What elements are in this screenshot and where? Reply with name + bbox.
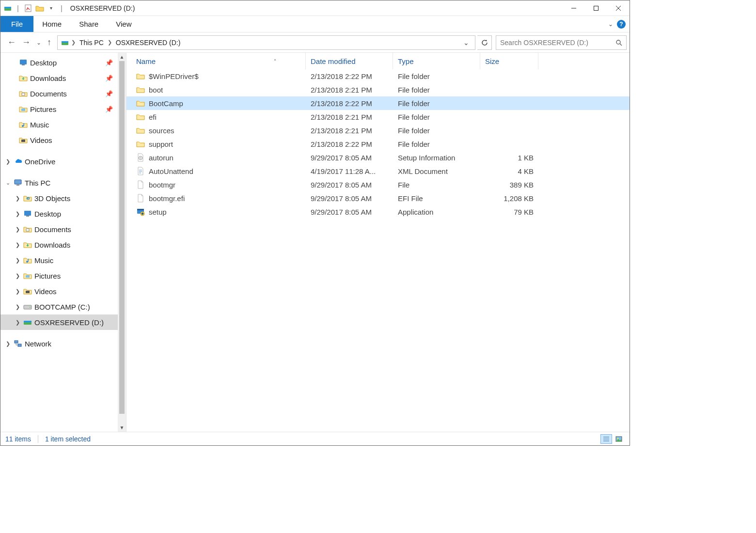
tab-share[interactable]: Share xyxy=(70,16,107,32)
crumb-chevron-icon[interactable]: ❯ xyxy=(106,39,114,46)
sidebar-quick-pictures[interactable]: Pictures📌 xyxy=(0,101,118,117)
sidebar-quick-desktop[interactable]: Desktop📌 xyxy=(0,55,118,70)
column-type[interactable]: Type xyxy=(393,53,480,69)
maximize-button[interactable] xyxy=(585,1,607,16)
file-row[interactable]: bootmgr9/29/2017 8:05 AMFile389 KB xyxy=(126,178,630,191)
folder-icon xyxy=(136,99,145,108)
file-tab[interactable]: File xyxy=(0,16,33,32)
details-view-button[interactable] xyxy=(600,434,612,444)
file-name: autorun xyxy=(149,154,173,162)
address-bar[interactable]: ❯ This PC ❯ OSXRESERVED (D:) ⌄ xyxy=(57,35,475,50)
file-date: 2/13/2018 2:22 PM xyxy=(306,140,393,148)
sidebar-quick-documents[interactable]: Documents📌 xyxy=(0,86,118,101)
chevron-right-icon[interactable]: ❯ xyxy=(14,319,21,326)
file-row[interactable]: boot2/13/2018 2:21 PMFile folder xyxy=(126,83,630,96)
sidebar-quick-videos[interactable]: Videos xyxy=(0,132,118,148)
videos-icon xyxy=(19,136,28,144)
properties-icon[interactable] xyxy=(24,4,32,13)
scroll-up-icon[interactable]: ▲ xyxy=(118,53,126,61)
help-icon[interactable]: ? xyxy=(617,20,626,29)
file-type: Setup Information xyxy=(393,154,480,162)
drive-green-icon xyxy=(23,318,32,327)
sidebar-onedrive[interactable]: ❯OneDrive xyxy=(0,154,118,169)
svg-rect-17 xyxy=(21,140,25,142)
svg-point-15 xyxy=(22,125,24,127)
chevron-right-icon[interactable]: ❯ xyxy=(14,304,21,310)
file-date: 9/29/2017 8:05 AM xyxy=(306,194,393,203)
column-name[interactable]: Name˄ xyxy=(131,53,306,69)
sidebar-item-documents[interactable]: ❯Documents xyxy=(0,221,118,237)
network-icon xyxy=(14,339,22,348)
file-row[interactable]: efi2/13/2018 2:21 PMFile folder xyxy=(126,110,630,124)
file-row[interactable]: $WinPEDriver$2/13/2018 2:22 PMFile folde… xyxy=(126,69,630,83)
refresh-button[interactable] xyxy=(477,35,492,50)
chevron-right-icon[interactable]: ❯ xyxy=(14,211,21,217)
file-date: 2/13/2018 2:22 PM xyxy=(306,99,393,108)
search-box[interactable]: Search OSXRESERVED (D:) xyxy=(496,35,627,50)
ribbon-expand-icon[interactable]: ⌄ xyxy=(608,21,613,28)
file-size: 1 KB xyxy=(480,154,534,162)
back-button[interactable]: ← xyxy=(7,37,16,47)
sidebar-item-downloads[interactable]: ❯Downloads xyxy=(0,237,118,252)
sidebar-item-bootcamp-c-[interactable]: ❯BOOTCAMP (C:) xyxy=(0,299,118,314)
chevron-right-icon[interactable]: ❯ xyxy=(4,341,11,347)
up-button[interactable]: ↑ xyxy=(47,37,51,47)
window-title: OSXRESERVED (D:) xyxy=(67,4,135,12)
file-name: boot xyxy=(149,86,163,94)
scroll-down-icon[interactable]: ▼ xyxy=(118,423,126,432)
drive-icon xyxy=(3,4,12,13)
file-row[interactable]: support2/13/2018 2:22 PMFile folder xyxy=(126,137,630,151)
file-name: sources xyxy=(149,126,174,135)
file-row[interactable]: sources2/13/2018 2:21 PMFile folder xyxy=(126,124,630,137)
file-row[interactable]: setup9/29/2017 8:05 AMApplication79 KB xyxy=(126,205,630,219)
crumb-chevron-icon[interactable]: ❯ xyxy=(69,39,78,46)
crumb-current[interactable]: OSXRESERVED (D:) xyxy=(114,39,183,47)
svg-rect-24 xyxy=(28,259,29,262)
sidebar-item-desktop[interactable]: ❯Desktop xyxy=(0,206,118,221)
close-button[interactable] xyxy=(607,1,630,16)
chevron-down-icon[interactable]: ⌄ xyxy=(4,180,11,186)
chevron-right-icon[interactable]: ❯ xyxy=(14,257,21,264)
chevron-right-icon[interactable]: ❯ xyxy=(14,242,21,248)
chevron-right-icon[interactable]: ❯ xyxy=(14,195,21,202)
file-type: File folder xyxy=(393,72,480,80)
scroll-thumb[interactable] xyxy=(119,61,125,414)
column-size[interactable]: Size xyxy=(480,53,538,69)
svg-line-10 xyxy=(620,44,622,46)
documents-icon xyxy=(19,89,28,98)
chevron-right-icon[interactable]: ❯ xyxy=(4,158,11,165)
qat-dropdown-icon[interactable]: ▾ xyxy=(47,4,56,13)
sidebar-item-videos[interactable]: ❯Videos xyxy=(0,283,118,299)
desktop-icon xyxy=(23,209,32,218)
chevron-right-icon[interactable]: ❯ xyxy=(14,273,21,279)
sidebar-this-pc[interactable]: ⌄This PC xyxy=(0,175,118,190)
crumb-this-pc[interactable]: This PC xyxy=(78,39,106,47)
sidebar-item-music[interactable]: ❯Music xyxy=(0,252,118,268)
forward-button[interactable]: → xyxy=(22,37,31,47)
file-row[interactable]: BootCamp2/13/2018 2:22 PMFile folder xyxy=(126,96,630,110)
sidebar-network[interactable]: ❯Network xyxy=(0,336,118,351)
sidebar-item-3d-objects[interactable]: ❯3D Objects xyxy=(0,190,118,206)
column-date[interactable]: Date modified xyxy=(306,53,393,69)
file-date: 9/29/2017 8:05 AM xyxy=(306,208,393,216)
minimize-button[interactable] xyxy=(563,1,585,16)
chevron-right-icon[interactable]: ❯ xyxy=(14,226,21,233)
sidebar-item-pictures[interactable]: ❯Pictures xyxy=(0,268,118,283)
svg-rect-4 xyxy=(594,6,598,10)
address-dropdown-icon[interactable]: ⌄ xyxy=(460,39,472,47)
sidebar-item-osxreserved-d-[interactable]: ❯OSXRESERVED (D:) xyxy=(0,314,118,330)
scrollbar[interactable]: ▲ ▼ xyxy=(118,53,126,432)
tab-home[interactable]: Home xyxy=(33,16,70,32)
thumbnails-view-button[interactable] xyxy=(613,434,625,444)
chevron-right-icon[interactable]: ❯ xyxy=(14,288,21,295)
navigation-bar: ← → ⌄ ↑ ❯ This PC ❯ OSXRESERVED (D:) ⌄ S… xyxy=(0,32,630,53)
history-dropdown-icon[interactable]: ⌄ xyxy=(36,39,41,46)
file-type: File folder xyxy=(393,113,480,121)
new-folder-icon[interactable] xyxy=(35,4,44,13)
sidebar-quick-downloads[interactable]: Downloads📌 xyxy=(0,70,118,86)
file-row[interactable]: bootmgr.efi9/29/2017 8:05 AMEFI File1,20… xyxy=(126,191,630,205)
file-row[interactable]: AutoUnattend4/19/2017 11:28 A...XML Docu… xyxy=(126,164,630,178)
sidebar-quick-music[interactable]: Music xyxy=(0,117,118,132)
file-row[interactable]: autorun9/29/2017 8:05 AMSetup Informatio… xyxy=(126,151,630,164)
tab-view[interactable]: View xyxy=(107,16,140,32)
